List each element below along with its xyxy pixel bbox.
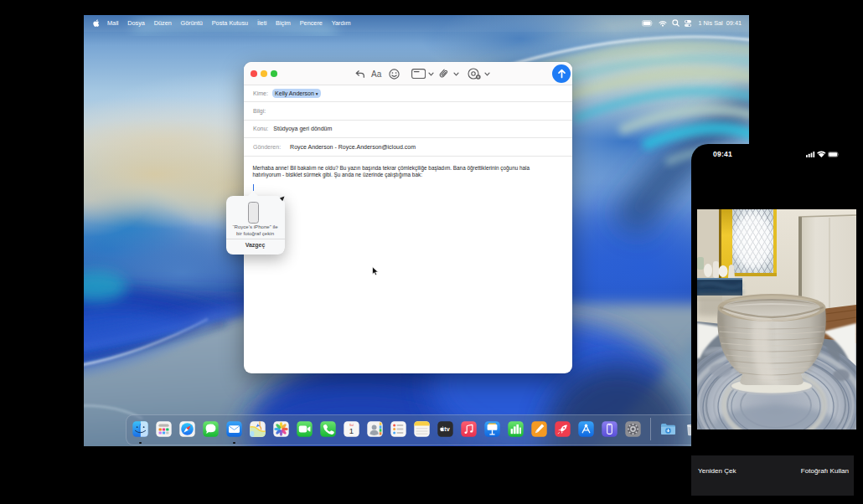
svg-text:1: 1 — [349, 426, 354, 435]
svg-text:tv: tv — [444, 425, 449, 433]
